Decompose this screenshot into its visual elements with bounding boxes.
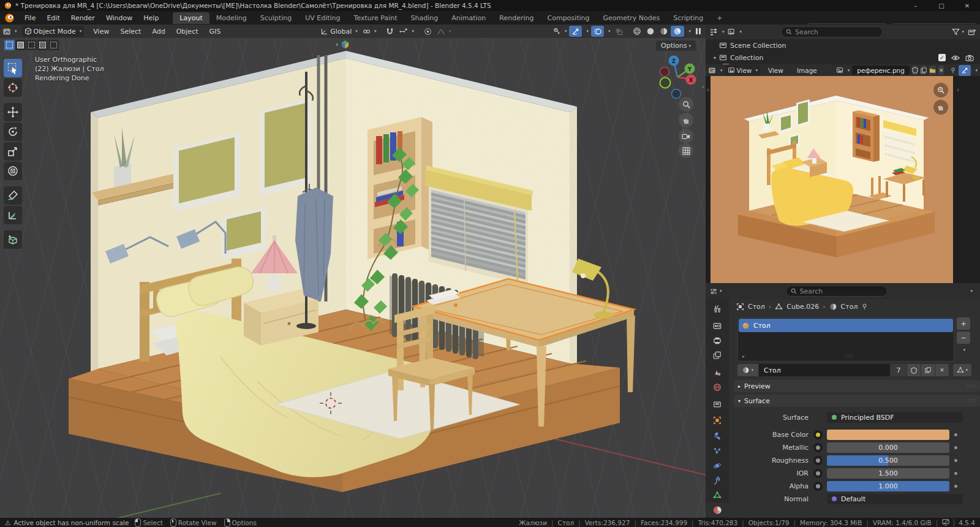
keyframe-dot[interactable] [954,485,957,488]
outliner-filter-icon[interactable] [727,28,736,36]
keyframe-dot[interactable] [954,446,957,449]
tab-geometry-nodes[interactable]: Geometry Nodes [596,12,666,24]
alpha-slider[interactable]: 1.000 [827,481,949,491]
minimize-button[interactable]: – [903,0,929,11]
snap-settings-button[interactable]: ▾ [396,26,417,37]
viewport-options-button[interactable]: Options ▾ [656,40,696,51]
tab-object[interactable] [706,413,729,428]
socket-icon[interactable] [813,430,823,439]
eye-icon[interactable] [951,55,960,61]
socket-icon[interactable] [813,469,823,478]
open-folder-icon[interactable] [929,66,936,75]
object-type-visibility-button[interactable]: ▾ [550,26,570,37]
expand-icon[interactable]: ▸ [738,354,745,359]
pivot-point-button[interactable]: ▾ [360,26,379,37]
tab-physics[interactable] [706,458,729,473]
keyframe-dot[interactable] [954,459,957,462]
browse-image-icon[interactable] [836,67,843,74]
cursor-tool[interactable] [4,78,22,97]
base-color-swatch[interactable] [827,430,949,440]
socket-icon[interactable] [813,443,823,452]
socket-icon[interactable] [813,456,823,465]
menu-edit[interactable]: Edit [41,14,65,22]
users-count[interactable]: 7 [891,364,907,376]
tab-texture-paint[interactable]: Texture Paint [347,12,404,24]
shading-solid-button[interactable] [644,26,657,37]
orthographic-toggle-button[interactable] [679,143,693,158]
transform-tool[interactable] [4,162,22,180]
select-mode-intersect[interactable] [48,40,59,50]
tab-output[interactable] [706,333,729,348]
menu-render[interactable]: Render [66,14,100,22]
annotate-tool[interactable] [4,186,22,205]
menu-help[interactable]: Help [138,14,164,22]
image-pan-button[interactable] [933,100,948,115]
camera-icon[interactable] [965,55,974,61]
outliner-display-mode-icon[interactable] [709,28,718,36]
tab-rendering[interactable]: Rendering [492,12,540,24]
expand-icon[interactable]: ▾ [714,55,716,61]
proportional-falloff-button[interactable]: ▾ [434,26,454,37]
surface-shader-field[interactable]: Principled BSDF [827,412,963,423]
material-slot-list[interactable]: Стол ▸ ∷∷ [737,317,954,362]
add-slot-button[interactable]: + [957,317,970,330]
navigation-gizmo[interactable]: Z Y X [637,50,704,118]
keyframe-dot[interactable] [954,433,957,436]
roughness-slider[interactable]: 0.500 [827,455,949,466]
add-cube-tool[interactable] [4,230,22,249]
panel-preview[interactable]: ▸ Preview ∷∷ [734,380,980,392]
tab-view-layer[interactable] [706,348,729,363]
filter-funnel-icon[interactable] [952,28,960,36]
editor-type-icon[interactable] [709,287,718,295]
tab-object-data[interactable] [706,488,729,502]
show-gizmo-button[interactable] [569,26,582,37]
material-name-field[interactable]: Стол [759,364,890,376]
blender-menu-icon[interactable] [5,13,14,23]
breadcrumb-object[interactable]: Стол [748,303,765,311]
material-slot-active[interactable]: Стол [739,319,953,332]
image-display-mode[interactable]: View ▾ [725,65,760,76]
region-expand-arrow[interactable]: › [707,86,709,93]
scale-tool[interactable] [4,142,22,161]
close-button[interactable]: ✕ [954,0,980,11]
viewport-3d[interactable]: User Orthographic (22) Жалюзи | Стол Ren… [0,38,706,518]
tab-render[interactable] [706,319,729,333]
menu-window[interactable]: Window [100,14,138,22]
image-menu-image[interactable]: Image [791,67,823,74]
menu-file[interactable]: File [19,14,41,22]
overlays-dropdown[interactable]: ▾ [604,26,613,37]
region-collapse-arrow[interactable]: ‹ [957,86,959,93]
mode-selector[interactable]: Object Mode ▾ [22,26,85,37]
tab-tool[interactable] [706,301,729,316]
breadcrumb-mesh[interactable]: Cube.026 [786,303,819,311]
gizmo-dropdown[interactable]: ▾ [582,26,591,37]
viewport-menu-view[interactable]: View [88,28,115,36]
pan-view-button[interactable] [679,113,693,127]
select-mode-invert[interactable] [37,40,48,50]
pause-icon[interactable] [696,28,701,34]
checkbox-icon[interactable]: ✓ [938,54,946,61]
fake-user-shield-icon[interactable] [912,66,918,75]
tab-shading[interactable]: Shading [404,12,445,24]
tab-animation[interactable]: Animation [445,12,492,24]
tab-scripting[interactable]: Scripting [666,12,710,24]
image-menu-view[interactable]: View [763,67,789,74]
tab-modifiers[interactable] [706,429,729,444]
rotate-tool[interactable] [4,123,22,141]
editor-type-icon[interactable] [708,67,716,74]
unlink-icon[interactable]: ✕ [935,364,949,376]
fake-user-shield-icon[interactable] [907,364,921,376]
xray-toggle-button[interactable] [612,26,625,37]
move-tool[interactable] [4,103,22,121]
select-mode-extend[interactable] [15,40,26,50]
tab-modeling[interactable]: Modeling [209,12,254,24]
outliner-row-collection[interactable]: ▾ Collection ✓ [706,51,980,64]
editor-type-button[interactable]: ▾ [0,26,20,37]
normal-field[interactable]: Default [827,494,963,504]
tab-layout[interactable]: Layout [173,12,209,24]
viewport-menu-gis[interactable]: GIS [204,28,227,36]
tab-particles[interactable] [706,444,729,458]
reference-image[interactable] [710,76,953,283]
tab-collection[interactable] [706,397,729,412]
viewport-collection-toggle[interactable]: › [336,40,350,49]
